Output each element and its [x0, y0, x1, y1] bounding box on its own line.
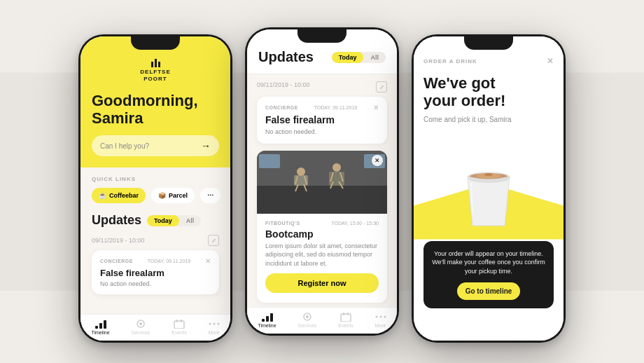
more-icon: ⋯ [207, 192, 214, 199]
quick-links-label: QUICK LINKS [92, 176, 219, 182]
svg-point-14 [297, 167, 305, 176]
coffee-area [414, 128, 564, 240]
nav2-timeline-label: Timeline [258, 323, 276, 328]
phone-1-screen: DELFTSEPOORT Goodmorning, Samira Can I h… [80, 36, 230, 341]
nav-timeline[interactable]: Timeline [91, 319, 109, 335]
logo-bar-3 [158, 62, 160, 67]
nav2-services[interactable]: Services [298, 312, 317, 328]
item1-date-text: 09/11/2019 - 10:00 [257, 81, 310, 93]
phone2-toggle-all[interactable]: All [363, 52, 386, 63]
register-button[interactable]: Register now [265, 273, 379, 293]
update-card-1: CONCIERGE TODAY, 09.11.2019 ✕ False fire… [92, 250, 219, 294]
parcel-icon: 📦 [158, 192, 166, 199]
nav2-more-label: More [375, 323, 386, 328]
parcel-link[interactable]: 📦 Parcel [151, 188, 195, 203]
update-tag: CONCIERGE [100, 259, 133, 263]
svg-point-20 [332, 163, 341, 172]
nav2-timeline[interactable]: Timeline [258, 312, 276, 328]
svg-rect-27 [262, 319, 265, 322]
more-icon-2 [375, 312, 386, 322]
nav-services[interactable]: Services [132, 319, 150, 335]
nav2-events[interactable]: Events [338, 312, 353, 328]
nav-more-label: More [209, 330, 220, 335]
phone2-header-row: Updates Today All [258, 49, 386, 65]
card-bootcamp-tag-row: FITBOUTIQ'S TODAY, 15:00 - 15:30 [265, 221, 379, 226]
update-card-title: False firealarm [100, 268, 211, 278]
search-bar[interactable]: Can I help you? → [92, 135, 219, 156]
phone-3: ORDER A DRINK ✕ We've got your order! Co… [412, 34, 566, 343]
svg-point-9 [213, 323, 215, 325]
card-firealarm-content: CONCIERGE TODAY, 09.11.2019 ✕ False fire… [257, 97, 387, 144]
phone-3-screen: ORDER A DRINK ✕ We've got your order! Co… [414, 36, 564, 341]
phone2-toggle-today[interactable]: Today [332, 52, 364, 63]
expand-icon-2[interactable]: ⤢ [376, 81, 387, 93]
nav-services-label: Services [132, 330, 150, 335]
logo-area: DELFTSEPOORT [92, 59, 219, 83]
updates-header: Updates Today All [92, 213, 219, 228]
nav-more[interactable]: More [209, 319, 220, 335]
svg-rect-32 [341, 314, 351, 322]
logo-bar-1 [151, 62, 153, 67]
search-placeholder: Can I help you? [100, 142, 149, 150]
phone2-body: 09/11/2019 - 10:00 ⤢ CONCIERGE TODAY, 09… [247, 74, 397, 322]
phone-1-inner: DELFTSEPOORT Goodmorning, Samira Can I h… [80, 36, 230, 341]
svg-rect-0 [95, 326, 98, 329]
nav-timeline-label: Timeline [91, 330, 109, 335]
card-bootcamp-tag: FITBOUTIQ'S [265, 221, 300, 226]
svg-point-4 [139, 322, 142, 325]
services-icon-2 [302, 312, 313, 322]
search-arrow-icon: → [201, 140, 211, 151]
greeting-text: Goodmorning, Samira [92, 92, 219, 128]
nav2-more[interactable]: More [375, 312, 386, 328]
svg-rect-2 [104, 320, 106, 329]
order-subtitle: Come and pick it up, Samira [414, 116, 564, 128]
svg-point-31 [306, 315, 309, 318]
card-firealarm-close[interactable]: ✕ [373, 104, 379, 111]
toggle-all[interactable]: All [179, 215, 202, 226]
nav-events[interactable]: Events [172, 319, 186, 335]
expand-icon[interactable]: ⤢ [208, 235, 219, 246]
order-bottom-text: Your order will appear on your timeline.… [432, 249, 545, 276]
svg-rect-29 [270, 313, 273, 322]
card-close-icon[interactable]: ✕ [205, 257, 211, 265]
update-item-1: 09/11/2019 - 10:00 ⤢ CONCIERGE TODAY, 09… [257, 81, 387, 144]
quick-links-row: ☕ Coffeebar 📦 Parcel ⋯ [92, 188, 219, 203]
phone-3-inner: ORDER A DRINK ✕ We've got your order! Co… [414, 36, 564, 341]
close-order-icon[interactable]: ✕ [547, 56, 554, 66]
coffee-cup [457, 156, 520, 240]
card-firealarm-tag: CONCIERGE [265, 105, 298, 110]
coffeebar-link[interactable]: ☕ Coffeebar [92, 188, 146, 203]
timeline-icon-2 [262, 312, 273, 322]
phone1-header: DELFTSEPOORT Goodmorning, Samira Can I h… [80, 36, 230, 167]
more-link[interactable]: ⋯ [200, 188, 220, 203]
logo-icon [151, 59, 160, 67]
bottom-nav-2: Timeline Services Events More [247, 307, 397, 334]
phone-1: DELFTSEPOORT Goodmorning, Samira Can I h… [78, 34, 232, 343]
services-icon [135, 319, 146, 329]
events-icon [174, 319, 185, 329]
more-nav-icon [209, 319, 220, 329]
phone-2: Updates Today All 09/11/2019 - 10:00 ⤢ [245, 27, 399, 336]
card-bootcamp: ✕ FITBOUTIQ'S TODAY, 15:00 - 15:30 Bootc… [257, 151, 387, 303]
update-card-header: CONCIERGE TODAY, 09.11.2019 ✕ [100, 257, 211, 265]
events-icon-2 [340, 312, 351, 322]
nav2-events-label: Events [338, 323, 353, 328]
cup-svg [457, 159, 520, 236]
nav-events-label: Events [172, 330, 186, 335]
coffeebar-label: Coffeebar [109, 192, 139, 199]
order-heading: We've got your order! [414, 71, 564, 116]
updates-title: Updates [92, 213, 141, 228]
toggle-today[interactable]: Today [147, 215, 179, 226]
svg-rect-1 [99, 323, 102, 329]
logo-text: DELFTSEPOORT [140, 69, 170, 83]
svg-rect-12 [257, 186, 387, 214]
phones-container: DELFTSEPOORT Goodmorning, Samira Can I h… [78, 27, 566, 336]
card-firealarm: CONCIERGE TODAY, 09.11.2019 ✕ False fire… [257, 97, 387, 144]
svg-point-37 [384, 316, 386, 318]
go-to-timeline-button[interactable]: Go to timeline [457, 282, 521, 300]
phone1-body: QUICK LINKS ☕ Coffeebar 📦 Parcel ⋯ [80, 167, 230, 303]
timeline-icon [95, 319, 106, 329]
close-image-icon[interactable]: ✕ [372, 155, 383, 166]
notch-2 [298, 27, 346, 43]
update-item-1-date: 09/11/2019 - 10:00 ⤢ [257, 81, 387, 93]
